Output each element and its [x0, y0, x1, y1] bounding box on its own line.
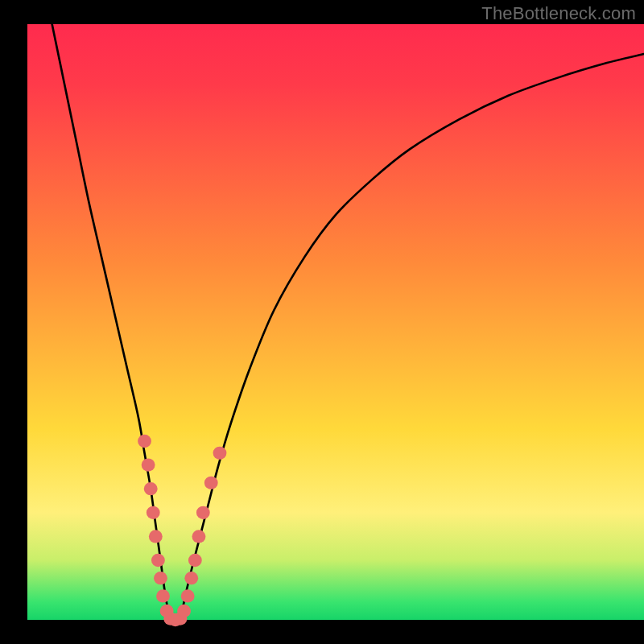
- highlight-point: [138, 435, 151, 448]
- highlight-point: [151, 554, 165, 567]
- highlight-markers: [138, 435, 226, 626]
- highlight-point: [184, 572, 198, 584]
- highlight-point: [188, 554, 202, 567]
- highlight-point: [154, 572, 167, 584]
- highlight-point: [181, 589, 195, 602]
- highlight-point: [177, 605, 191, 617]
- chart-frame: TheBottleneck.com: [0, 0, 644, 644]
- bottleneck-curve: [52, 24, 644, 621]
- plot-area: [27, 24, 644, 620]
- highlight-point: [142, 458, 155, 471]
- highlight-point: [149, 530, 163, 543]
- highlight-point: [192, 530, 206, 543]
- highlight-point: [156, 589, 170, 602]
- chart-svg: [27, 24, 644, 620]
- watermark-text: TheBottleneck.com: [481, 3, 636, 24]
- highlight-point: [196, 506, 210, 519]
- highlight-point: [144, 482, 158, 495]
- highlight-point: [147, 506, 160, 519]
- highlight-point: [204, 477, 218, 489]
- highlight-point: [213, 447, 227, 460]
